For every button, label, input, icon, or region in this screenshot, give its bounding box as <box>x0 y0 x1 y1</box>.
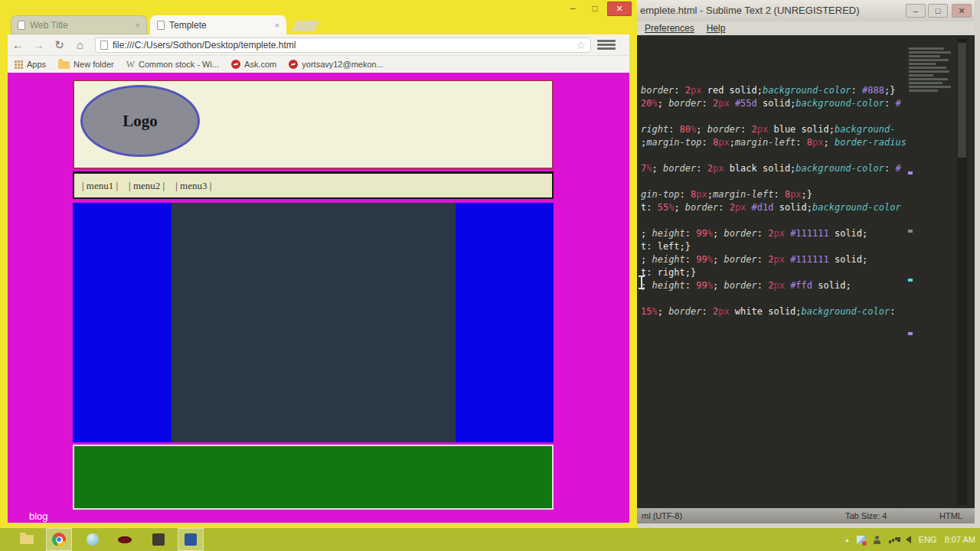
sublime-statusbar: ml (UTF-8) Tab Size: 4 HTML <box>637 508 975 523</box>
menu-help[interactable]: Help <box>707 23 726 34</box>
w-favicon: W <box>126 59 135 70</box>
close-button[interactable]: ✕ <box>607 2 632 16</box>
minimap-mark <box>908 332 913 335</box>
clock[interactable]: 8:07 AM <box>945 535 975 544</box>
taskbar-app-red[interactable] <box>112 528 138 551</box>
scrollbar[interactable] <box>957 38 967 505</box>
language-indicator[interactable]: ENG <box>919 535 937 544</box>
minimap-mark <box>908 279 913 282</box>
apps-grid-icon <box>14 60 23 69</box>
bookmark-label: Apps <box>27 60 46 69</box>
taskbar-sublime[interactable] <box>145 528 172 551</box>
volume-icon[interactable] <box>906 536 911 543</box>
folder-icon <box>58 61 70 69</box>
url-bar[interactable]: file:///C:/Users/Sothon/Desktop/templete… <box>95 37 591 53</box>
close-button[interactable]: ✕ <box>952 4 972 18</box>
page-footer <box>73 445 554 510</box>
bookmark-label: New folder <box>74 60 114 69</box>
tab-title: Web Title <box>30 20 131 31</box>
status-syntax[interactable]: HTML <box>939 508 962 523</box>
page-icon <box>157 21 165 30</box>
bookmark-yortsavy[interactable]: yortsavy12@mekon... <box>289 60 384 69</box>
minimap-mark <box>908 171 913 174</box>
system-tray: ▴ ENG 8:07 AM <box>845 528 975 551</box>
tab-web-title[interactable]: Web Title × <box>11 15 147 34</box>
page-header: Logo <box>73 80 554 169</box>
action-center-icon[interactable] <box>857 536 865 544</box>
menu-preferences[interactable]: Preferences <box>645 23 694 34</box>
taskbar: ▴ ENG 8:07 AM <box>0 528 980 551</box>
bookmark-label: yortsavy12@mekon... <box>302 60 384 69</box>
back-button[interactable]: ← <box>8 38 28 51</box>
tab-close-icon[interactable]: × <box>136 21 140 30</box>
chrome-menu-icon[interactable] <box>597 38 616 52</box>
sublime-menubar: Preferences Help <box>637 21 975 35</box>
code-editor[interactable]: border: 2px red solid;background-color: … <box>637 35 975 508</box>
blue-app-icon <box>185 533 197 546</box>
lips-icon <box>118 536 132 543</box>
taskbar-explorer[interactable] <box>14 528 40 551</box>
chrome-window: – □ ✕ Web Title × Templete × ← → ↻ ⌂ <box>0 0 637 528</box>
bookmarks-bar: Apps New folder W Common stock - Wi... A… <box>8 56 629 73</box>
ask-favicon <box>231 60 240 69</box>
explorer-icon <box>20 535 34 544</box>
page-content-row <box>73 203 554 442</box>
forward-button[interactable]: → <box>28 38 49 51</box>
left-sidebar <box>73 203 172 442</box>
bookmark-star-icon[interactable]: ☆ <box>576 39 586 51</box>
menu-item-2[interactable]: | menu2 | <box>129 180 165 192</box>
logo-ellipse: Logo <box>80 85 200 157</box>
mail-favicon <box>289 60 298 69</box>
menu-item-3[interactable]: | menu3 | <box>175 180 211 192</box>
tab-strip: Web Title × Templete × <box>8 15 629 34</box>
taskbar-app-blue[interactable] <box>178 528 204 551</box>
drop-icon <box>87 533 99 546</box>
taskbar-app-drop[interactable] <box>80 528 106 551</box>
maximize-button[interactable]: □ <box>928 4 948 18</box>
bookmark-label: Ask.com <box>244 60 276 69</box>
code-lines: border: 2px red solid;background-color: … <box>641 84 906 318</box>
sublime-titlebar[interactable]: emplete.html - Sublime Text 2 (UNREGISTE… <box>637 0 975 21</box>
bookmark-label: Common stock - Wi... <box>139 60 219 69</box>
bookmark-apps[interactable]: Apps <box>14 60 46 69</box>
browser-viewport: Logo | menu1 | | menu2 | | menu3 | blog <box>8 73 629 523</box>
minimize-button[interactable]: – <box>906 4 926 18</box>
page-container: Logo | menu1 | | menu2 | | menu3 | <box>73 80 554 510</box>
scrollbar-thumb[interactable] <box>958 43 966 158</box>
browser-toolbar: ← → ↻ ⌂ file:///C:/Users/Sothon/Desktop/… <box>8 34 629 56</box>
minimap[interactable] <box>909 47 953 93</box>
refresh-button[interactable]: ↻ <box>49 38 70 52</box>
page-icon <box>100 41 108 50</box>
tab-close-icon[interactable]: × <box>275 21 279 30</box>
dark-app-icon <box>152 533 165 546</box>
chrome-titlebar[interactable]: – □ ✕ <box>0 0 637 15</box>
page-menubar: | menu1 | | menu2 | | menu3 | <box>73 171 554 199</box>
status-encoding: ml (UTF-8) <box>637 511 682 520</box>
menu-item-1[interactable]: | menu1 | <box>82 180 118 192</box>
sublime-title: emplete.html - Sublime Text 2 (UNREGISTE… <box>640 5 860 16</box>
bookmark-common-stock[interactable]: W Common stock - Wi... <box>126 59 219 70</box>
status-tab-size[interactable]: Tab Size: 4 <box>845 508 887 523</box>
desktop: – □ ✕ Web Title × Templete × ← → ↻ ⌂ <box>0 0 980 551</box>
tab-title: Templete <box>169 20 270 31</box>
text-cursor-ibeam <box>641 277 642 288</box>
user-tray-icon[interactable] <box>873 536 881 544</box>
watermark: blog <box>29 510 48 522</box>
right-sidebar <box>456 203 554 442</box>
taskbar-chrome[interactable] <box>46 528 72 551</box>
maximize-button[interactable]: □ <box>585 2 605 16</box>
page-icon <box>18 21 25 30</box>
tray-expand-icon[interactable]: ▴ <box>845 536 849 543</box>
chrome-icon <box>52 533 66 546</box>
tab-templete[interactable]: Templete × <box>150 15 286 34</box>
center-panel <box>172 203 456 442</box>
home-button[interactable]: ⌂ <box>70 38 90 51</box>
bookmark-new-folder[interactable]: New folder <box>58 60 114 69</box>
bookmark-ask[interactable]: Ask.com <box>231 60 276 69</box>
minimap-mark <box>908 230 913 233</box>
minimize-button[interactable]: – <box>563 2 583 16</box>
new-tab-button[interactable] <box>292 21 320 31</box>
url-text[interactable]: file:///C:/Users/Sothon/Desktop/templete… <box>113 40 571 51</box>
sublime-window: emplete.html - Sublime Text 2 (UNREGISTE… <box>637 0 980 528</box>
